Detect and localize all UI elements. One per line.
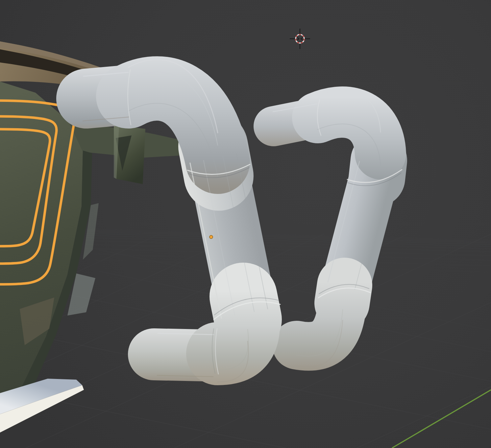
pipe-large-elbow-bottom [218, 313, 248, 354]
blender-3d-viewport[interactable] [0, 0, 491, 448]
viewport-canvas[interactable] [0, 0, 491, 448]
object-origin-icon [209, 235, 213, 239]
